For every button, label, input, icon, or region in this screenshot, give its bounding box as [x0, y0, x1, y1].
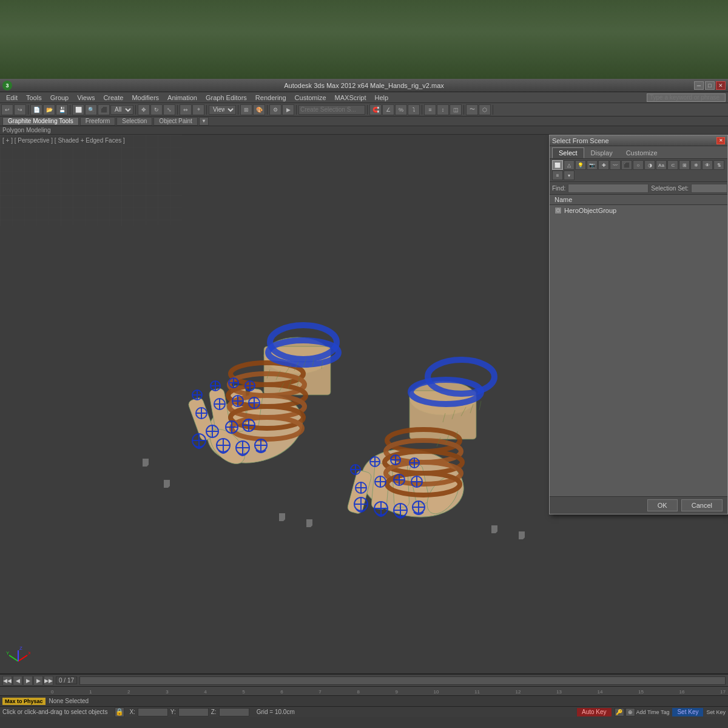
auto-key-button[interactable]: Auto Key: [576, 707, 612, 717]
menu-customize[interactable]: Customize: [291, 93, 330, 103]
select-by-name-button[interactable]: 🔍: [85, 104, 97, 115]
dialog-find-input[interactable]: [568, 184, 649, 193]
dialog-list-item-hero-object-group[interactable]: ⬡ HeroObjectGroup: [550, 206, 727, 215]
ruler-mark-12: 12: [515, 689, 521, 695]
scale-button[interactable]: ⤡: [163, 104, 175, 115]
dlg-tb-none[interactable]: ○: [633, 160, 644, 170]
align-button[interactable]: ⌖: [192, 104, 204, 115]
dialog-selection-set-input[interactable]: [691, 184, 727, 193]
dlg-tb-sort[interactable]: ⇅: [713, 160, 724, 170]
new-scene-button[interactable]: 📄: [30, 104, 42, 115]
go-last-button[interactable]: ▶▶: [44, 676, 53, 686]
dialog-ok-button[interactable]: OK: [647, 499, 678, 511]
y-coord-input[interactable]: [178, 708, 209, 716]
menu-animation[interactable]: Animation: [164, 93, 201, 103]
render-button[interactable]: ▶: [282, 104, 294, 115]
timeline-slider[interactable]: [79, 676, 726, 685]
menu-graph-editors[interactable]: Graph Editors: [202, 93, 251, 103]
dialog-close-button[interactable]: ✕: [716, 137, 725, 144]
select-region-button[interactable]: ⬛: [98, 104, 110, 115]
dialog-tab-customize[interactable]: Customize: [619, 147, 664, 158]
dlg-tb-cameras[interactable]: 📷: [587, 160, 598, 170]
mirror-tools-button[interactable]: ↕: [437, 104, 449, 115]
dialog-tab-select[interactable]: Select: [552, 147, 584, 158]
close-window-button[interactable]: ✕: [716, 81, 726, 90]
ruler-mark-5: 5: [242, 689, 244, 695]
menu-edit[interactable]: Edit: [2, 93, 21, 103]
material-editor-button[interactable]: 🎨: [253, 104, 265, 115]
menu-search-input[interactable]: [647, 93, 726, 102]
menu-help[interactable]: Help: [371, 93, 393, 103]
angle-snap-button[interactable]: ∠: [382, 104, 394, 115]
select-filter-dropdown[interactable]: All: [110, 105, 133, 115]
ribbon-tab-object-paint[interactable]: Object Paint: [153, 117, 197, 126]
open-button[interactable]: 📂: [43, 104, 55, 115]
prev-frame-button[interactable]: ◀: [13, 676, 22, 686]
dlg-tb-shapes[interactable]: △: [564, 160, 575, 170]
ribbon-tab-graphite[interactable]: Graphite Modeling Tools: [2, 117, 79, 126]
menu-group[interactable]: Group: [47, 93, 73, 103]
title-text: Autodesk 3ds Max 2012 x64 Male_Hands_rig…: [284, 82, 444, 89]
render-setup-button[interactable]: ⚙: [269, 104, 281, 115]
ruler-mark-15: 15: [638, 689, 644, 695]
dialog-tabs: Select Display Customize: [550, 146, 727, 159]
z-coord-input[interactable]: [219, 708, 249, 716]
dlg-tb-filter[interactable]: ▾: [564, 170, 575, 180]
reference-coord-dropdown[interactable]: View: [209, 105, 236, 115]
maximize-button[interactable]: □: [705, 81, 715, 90]
move-button[interactable]: ✥: [138, 104, 150, 115]
dialog-tab-display[interactable]: Display: [584, 147, 619, 158]
dlg-tb-case[interactable]: Aa: [656, 160, 667, 170]
dlg-tb-invert[interactable]: ◑: [644, 160, 655, 170]
rotate-button[interactable]: ↻: [150, 104, 163, 115]
go-first-button[interactable]: ◀◀: [2, 676, 12, 686]
next-frame-button[interactable]: ▶: [33, 676, 43, 686]
dlg-tb-freeze[interactable]: ❄: [690, 160, 701, 170]
save-button[interactable]: 💾: [56, 104, 68, 115]
dlg-tb-lights[interactable]: 💡: [575, 160, 586, 170]
mirror-button[interactable]: ⇔: [180, 104, 192, 115]
menu-maxscript[interactable]: MAXScript: [331, 93, 370, 103]
snap-toggle-button[interactable]: 🧲: [369, 104, 382, 115]
redo-button[interactable]: ↪: [14, 104, 26, 115]
menu-rendering[interactable]: Rendering: [252, 93, 290, 103]
schematic-view-button[interactable]: ⬡: [479, 104, 491, 115]
polygon-modeling-bar: Polygon Modeling: [0, 126, 728, 135]
play-button[interactable]: ▶: [23, 676, 33, 686]
key-icon-button[interactable]: 🔑: [615, 708, 624, 716]
dialog-list[interactable]: ⬡ HeroObjectGroup: [550, 205, 727, 496]
dlg-tb-spacewarps[interactable]: 〰: [610, 160, 621, 170]
align-view-button[interactable]: ◫: [450, 104, 462, 115]
list-item-icon: ⬡: [554, 207, 562, 214]
menu-tools[interactable]: Tools: [22, 93, 46, 103]
svg-text:Y: Y: [6, 650, 10, 656]
menu-views[interactable]: Views: [73, 93, 98, 103]
spinner-snap-button[interactable]: ⤵: [408, 104, 420, 115]
menu-modifiers[interactable]: Modifiers: [128, 93, 163, 103]
x-coord-input[interactable]: [138, 708, 168, 716]
minimize-button[interactable]: ─: [694, 81, 704, 90]
dlg-tb-all[interactable]: ⬛: [621, 160, 632, 170]
dialog-cancel-button[interactable]: Cancel: [681, 499, 723, 511]
lock-icon[interactable]: 🔒: [115, 707, 124, 717]
ribbon-expand-button[interactable]: ▼: [199, 117, 209, 126]
dlg-tb-display-sub[interactable]: ⊞: [679, 160, 690, 170]
dlg-tb-helpers[interactable]: ✚: [598, 160, 609, 170]
create-selection-input[interactable]: [298, 105, 365, 115]
undo-button[interactable]: ↩: [1, 104, 13, 115]
set-key-button[interactable]: Set Key: [672, 707, 704, 717]
layers-button[interactable]: ⊞: [240, 104, 252, 115]
max-to-physac-button[interactable]: Max to Physac: [2, 698, 46, 705]
named-selections-button[interactable]: ≡: [424, 104, 436, 115]
curve-editor-button[interactable]: 〜: [466, 104, 478, 115]
ribbon-tab-selection[interactable]: Selection: [116, 117, 152, 126]
dlg-tb-hidden[interactable]: 👁: [702, 160, 713, 170]
dlg-tb-select-dep[interactable]: ⊂: [667, 160, 678, 170]
menu-create[interactable]: Create: [99, 93, 127, 103]
add-time-tag-button[interactable]: ⊕: [625, 708, 635, 716]
select-object-button[interactable]: ⬜: [72, 104, 84, 115]
dlg-tb-geometry[interactable]: ⬜: [552, 160, 563, 170]
ribbon-tab-freeform[interactable]: Freeform: [80, 117, 116, 126]
dlg-tb-list[interactable]: ≡: [552, 170, 563, 180]
percent-snap-button[interactable]: %: [395, 104, 407, 115]
